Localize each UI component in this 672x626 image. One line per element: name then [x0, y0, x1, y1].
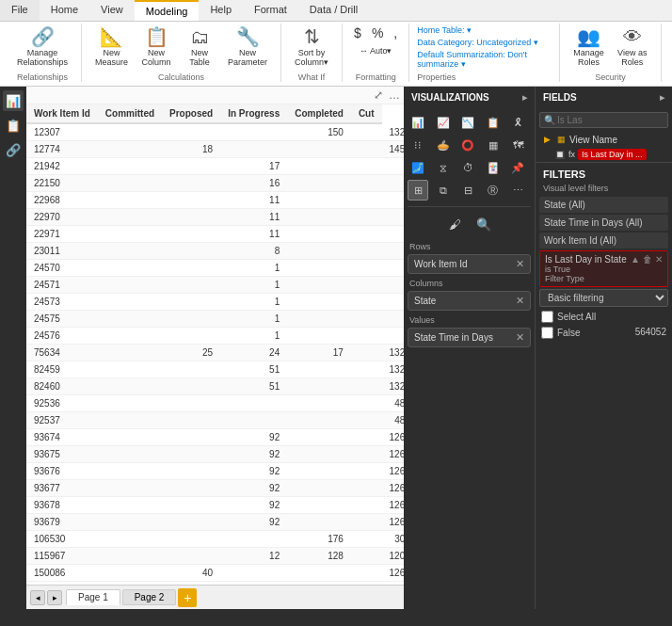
view-as-roles-button[interactable]: 👁 View asRoles — [612, 24, 653, 70]
currency-button[interactable]: $ — [350, 24, 365, 42]
columns-pill-label: State — [414, 296, 436, 306]
columns-state-pill[interactable]: State ✕ — [408, 291, 531, 311]
manage-roles-button[interactable]: 👥 ManageRoles — [568, 24, 610, 70]
sort-by-column-button[interactable]: ⇅ Sort byColumn▾ — [289, 24, 334, 70]
viz-map[interactable]: 🗺 — [507, 135, 528, 155]
field-active-item[interactable]: 🔲 fx Is Last Day in ... — [536, 147, 672, 162]
table-cell — [162, 328, 220, 345]
tab-help[interactable]: Help — [199, 0, 243, 21]
comma-button[interactable]: , — [390, 24, 401, 42]
viz-scatter[interactable]: ⁝⁝ — [408, 135, 428, 155]
filter-clear-icon[interactable]: 🗑 — [643, 254, 652, 265]
tab-format[interactable]: Format — [243, 0, 298, 21]
filter-entry-work-item-id[interactable]: Work Item Id (All) — [539, 233, 668, 249]
filter-remove-icon[interactable]: ✕ — [655, 254, 663, 265]
filter-entry-action-icons: ▲ 🗑 ✕ — [631, 254, 663, 265]
viz-more[interactable]: ⋯ — [507, 180, 528, 201]
manage-relationships-button[interactable]: 🔗 ManageRelationships — [11, 24, 73, 70]
more-options-icon[interactable]: … — [389, 88, 400, 102]
viz-format-icon[interactable]: 🖌 — [444, 213, 467, 235]
values-pill-remove[interactable]: ✕ — [516, 331, 524, 344]
table-cell — [287, 395, 351, 412]
viz-donut[interactable]: ⭕ — [457, 135, 478, 155]
table-cell — [98, 412, 162, 429]
viz-line[interactable]: 📈 — [433, 112, 454, 133]
viz-stacked-bar[interactable]: 📊 — [408, 112, 428, 133]
auto-format-button[interactable]: ↔ Auto▾ — [356, 44, 396, 57]
table-cell: 23011 — [26, 243, 98, 260]
new-measure-button[interactable]: 📐 NewMeasure — [89, 24, 134, 70]
table-row: 106530176308 — [26, 531, 404, 548]
viz-filled-map[interactable]: 🗾 — [408, 157, 428, 178]
tab-home[interactable]: Home — [40, 0, 89, 21]
table-cell: 11 — [220, 226, 287, 243]
home-table-item[interactable]: Home Table: ▾ — [417, 25, 552, 35]
data-category-item[interactable]: Data Category: Uncategorized ▾ — [417, 38, 552, 47]
false-checkbox[interactable] — [541, 327, 553, 339]
viz-card[interactable]: 🃏 — [483, 157, 504, 178]
tab-view[interactable]: View — [89, 0, 135, 21]
add-page-button[interactable]: + — [178, 588, 197, 607]
viz-r-visual[interactable]: Ⓡ — [483, 180, 504, 201]
table-cell: 40 — [162, 565, 220, 582]
data-view-icon[interactable]: 📋 — [3, 115, 24, 136]
new-parameter-button[interactable]: 🔧 NewParameter — [222, 24, 273, 70]
table-cell — [287, 378, 351, 395]
columns-pill-remove[interactable]: ✕ — [516, 295, 524, 307]
field-view-name-item[interactable]: ▶ ▦ View Name — [536, 132, 672, 147]
filter-type-select[interactable]: Basic filtering — [539, 289, 668, 307]
viz-matrix[interactable]: ⊞ — [408, 180, 428, 201]
table-cell: 93675 — [26, 446, 98, 463]
next-page-arrow[interactable]: ▸ — [47, 590, 62, 605]
table-cell — [351, 565, 382, 582]
visualizations-expand-icon[interactable]: ▸ — [522, 92, 527, 103]
viz-analytics-icon[interactable]: 🔍 — [472, 213, 495, 235]
filter-collapse-icon[interactable]: ▲ — [631, 254, 640, 265]
table-cell — [162, 209, 220, 226]
viz-table[interactable]: ⊟ — [457, 180, 478, 201]
viz-pie[interactable]: 🥧 — [433, 135, 454, 155]
viz-area[interactable]: 📉 — [457, 112, 478, 133]
table-cell: 22150 — [26, 175, 98, 192]
page-tab-1[interactable]: Page 1 — [66, 589, 120, 605]
percent-button[interactable]: % — [368, 24, 387, 42]
table-cell — [287, 565, 351, 582]
model-view-icon[interactable]: 🔗 — [3, 139, 24, 160]
filter-entry-state-time[interactable]: State Time in Days (All) — [539, 215, 668, 231]
tab-modeling[interactable]: Modeling — [135, 0, 200, 21]
tab-file[interactable]: File — [0, 0, 40, 21]
viz-kpi[interactable]: 📌 — [507, 157, 528, 178]
viz-slicer[interactable]: ⧉ — [433, 180, 454, 201]
visual-level-filters-label: Visual level filters — [536, 182, 672, 195]
expand-icon[interactable]: ⤢ — [374, 88, 383, 102]
table-cell: 11 — [220, 209, 287, 226]
viz-line-stacked[interactable]: 📋 — [483, 112, 504, 133]
new-column-button[interactable]: 📋 NewColumn — [136, 24, 177, 70]
tab-data-drill[interactable]: Data / Drill — [298, 0, 369, 21]
default-summarization-item[interactable]: Default Summarization: Don't summarize ▾ — [417, 50, 552, 69]
rows-work-item-id-pill[interactable]: Work Item Id ✕ — [408, 254, 531, 274]
table-cell — [287, 294, 351, 311]
fields-search-input[interactable] — [557, 115, 664, 125]
fields-expand-icon[interactable]: ▸ — [660, 92, 664, 103]
viz-gauge[interactable]: ⏱ — [457, 157, 478, 178]
report-view-icon[interactable]: 📊 — [3, 90, 24, 111]
table-cell — [287, 192, 351, 209]
table-cell — [98, 531, 162, 548]
values-state-time-pill[interactable]: State Time in Days ✕ — [408, 328, 531, 347]
filter-entry-last-day[interactable]: Is Last Day in State ▲ 🗑 ✕ is True Filte… — [539, 250, 668, 287]
col-header-work-item-id: Work Item Id — [26, 104, 98, 123]
prev-page-arrow[interactable]: ◂ — [30, 590, 45, 605]
viz-funnel[interactable]: ⧖ — [433, 157, 454, 178]
col-header-cut: Cut — [351, 104, 382, 123]
page-tab-2[interactable]: Page 2 — [122, 589, 177, 605]
new-table-button[interactable]: 🗂 NewTable — [179, 24, 220, 70]
viz-treemap[interactable]: ▦ — [483, 135, 504, 155]
select-all-checkbox[interactable] — [541, 311, 553, 323]
rows-pill-remove[interactable]: ✕ — [516, 258, 524, 270]
table-cell: 17 — [220, 158, 287, 175]
currency-icon: $ — [354, 25, 361, 40]
table-cell: 21942 — [26, 158, 98, 175]
viz-ribbon[interactable]: 🎗 — [507, 112, 528, 133]
filter-entry-state[interactable]: State (All) — [539, 197, 668, 213]
